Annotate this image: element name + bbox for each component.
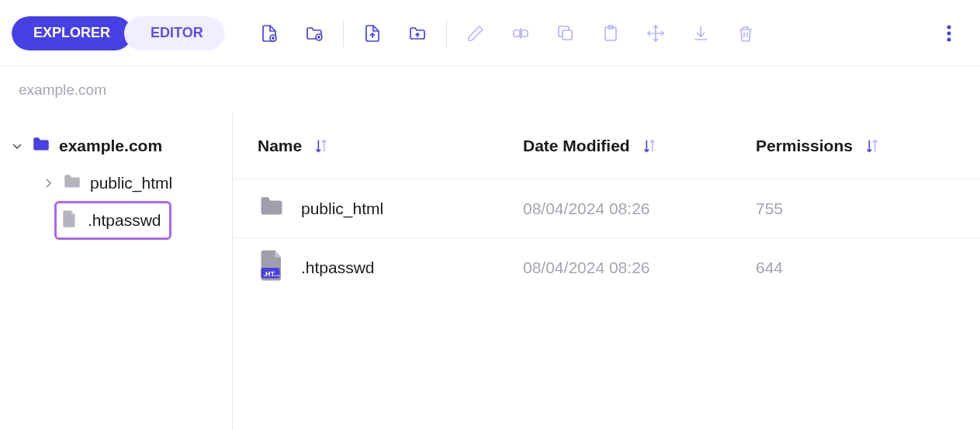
breadcrumb-bar: example.com — [0, 67, 980, 113]
row-name: public_html — [301, 199, 383, 218]
tab-editor[interactable]: EDITOR — [124, 16, 225, 50]
row-permissions: 644 — [756, 258, 980, 277]
file-icon — [60, 209, 80, 233]
table-row[interactable]: public_html 08/04/2024 08:26 755 — [233, 179, 980, 238]
column-perm-header[interactable]: Permissions — [756, 137, 980, 155]
tab-explorer[interactable]: EXPLORER — [12, 16, 132, 50]
divider — [446, 19, 447, 47]
highlighted-selection: .htpasswd — [54, 201, 171, 240]
row-name-cell: public_html — [233, 192, 523, 224]
delete-button[interactable] — [723, 14, 768, 53]
htfile-icon: .HT... — [258, 249, 286, 286]
dots-vertical-icon — [947, 24, 951, 43]
tree-root-label: example.com — [59, 137, 162, 155]
column-date-label: Date Modified — [523, 137, 630, 155]
svg-rect-3 — [521, 30, 528, 36]
folder-icon — [31, 134, 51, 158]
paste-button[interactable] — [588, 14, 633, 53]
folder-plus-icon — [305, 24, 324, 43]
view-tabs: EXPLORER EDITOR — [12, 16, 225, 50]
move-icon — [646, 24, 665, 43]
folder-icon — [62, 172, 82, 196]
tree-root-item[interactable]: example.com — [0, 127, 232, 165]
row-date: 08/04/2024 08:26 — [523, 258, 756, 277]
svg-point-8 — [947, 31, 951, 35]
divider — [343, 19, 344, 47]
folder-icon — [258, 192, 286, 224]
edit-button[interactable] — [453, 14, 498, 53]
row-date: 08/04/2024 08:26 — [523, 199, 756, 218]
sort-icon — [641, 137, 658, 154]
toolbar: EXPLORER EDITOR — [0, 0, 980, 67]
svg-point-9 — [947, 37, 951, 41]
svg-point-7 — [947, 25, 951, 29]
download-button[interactable] — [678, 14, 723, 53]
upload-folder-button[interactable] — [395, 14, 440, 53]
tree-file-label: .htpasswd — [88, 211, 161, 230]
tree-file-item[interactable]: .htpasswd — [0, 202, 232, 239]
folder-upload-icon — [408, 24, 427, 43]
row-name-cell: .HT... .htpasswd — [233, 249, 523, 286]
copy-icon — [556, 24, 575, 43]
column-perm-label: Permissions — [756, 137, 853, 155]
file-upload-icon — [363, 24, 382, 43]
table-row[interactable]: .HT... .htpasswd 08/04/2024 08:26 644 — [233, 238, 980, 296]
row-permissions: 755 — [756, 199, 980, 218]
table-header: Name Date Modified Permissions — [233, 113, 980, 179]
svg-rect-4 — [563, 30, 572, 40]
pencil-icon — [466, 24, 485, 43]
breadcrumb[interactable]: example.com — [19, 81, 106, 99]
trash-icon — [736, 24, 755, 43]
main-area: example.com public_html .htpasswd Name — [0, 113, 980, 430]
rename-button[interactable] — [498, 14, 543, 53]
file-plus-icon — [260, 24, 279, 43]
sort-icon — [313, 137, 330, 154]
row-name: .htpasswd — [301, 258, 375, 277]
copy-button[interactable] — [543, 14, 588, 53]
move-button[interactable] — [633, 14, 678, 53]
chevron-down-icon — [11, 140, 23, 152]
sidebar-tree: example.com public_html .htpasswd — [0, 113, 233, 430]
toolbar-actions — [247, 14, 768, 53]
column-date-header[interactable]: Date Modified — [523, 137, 756, 155]
upload-file-button[interactable] — [350, 14, 395, 53]
tree-folder-label: public_html — [90, 174, 172, 192]
column-name-header[interactable]: Name — [233, 137, 523, 155]
new-file-button[interactable] — [247, 14, 292, 53]
more-menu-button[interactable] — [930, 14, 968, 53]
sort-icon — [864, 137, 881, 154]
clipboard-icon — [601, 24, 620, 43]
new-folder-button[interactable] — [292, 14, 337, 53]
file-list: Name Date Modified Permissions — [233, 113, 980, 430]
rename-icon — [511, 24, 530, 43]
svg-text:.HT...: .HT... — [264, 270, 280, 278]
tree-folder-item[interactable]: public_html — [0, 165, 232, 202]
svg-rect-2 — [514, 30, 520, 36]
column-name-label: Name — [258, 137, 302, 155]
download-icon — [691, 24, 710, 43]
chevron-right-icon — [42, 177, 54, 189]
